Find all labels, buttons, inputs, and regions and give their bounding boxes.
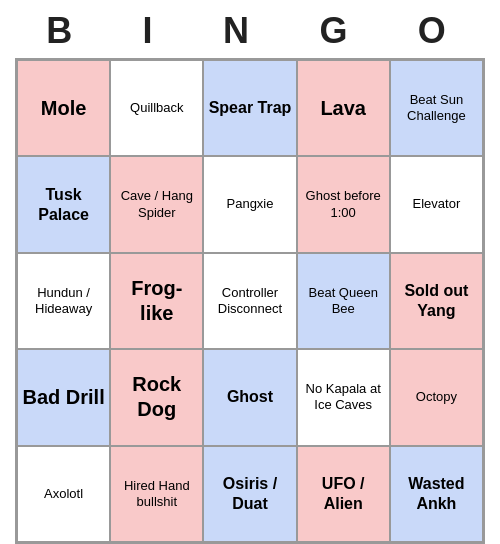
title-n: N xyxy=(223,10,257,52)
title-b: B xyxy=(46,10,80,52)
bingo-cell-24: Wasted Ankh xyxy=(390,446,483,542)
bingo-cell-1: Quillback xyxy=(110,60,203,156)
bingo-cell-11: Frog-like xyxy=(110,253,203,349)
bingo-cell-21: Hired Hand bullshit xyxy=(110,446,203,542)
bingo-cell-6: Cave / Hang Spider xyxy=(110,156,203,252)
bingo-cell-2: Spear Trap xyxy=(203,60,296,156)
bingo-cell-22: Osiris / Duat xyxy=(203,446,296,542)
bingo-cell-15: Bad Drill xyxy=(17,349,110,445)
bingo-cell-19: Octopy xyxy=(390,349,483,445)
bingo-cell-18: No Kapala at Ice Caves xyxy=(297,349,390,445)
bingo-cell-23: UFO / Alien xyxy=(297,446,390,542)
bingo-cell-5: Tusk Palace xyxy=(17,156,110,252)
bingo-cell-10: Hundun / Hideaway xyxy=(17,253,110,349)
bingo-cell-3: Lava xyxy=(297,60,390,156)
bingo-cell-9: Elevator xyxy=(390,156,483,252)
title-o: O xyxy=(418,10,454,52)
bingo-cell-16: Rock Dog xyxy=(110,349,203,445)
bingo-cell-7: Pangxie xyxy=(203,156,296,252)
bingo-cell-4: Beat Sun Challenge xyxy=(390,60,483,156)
bingo-cell-13: Beat Queen Bee xyxy=(297,253,390,349)
bingo-title: B I N G O xyxy=(15,0,485,58)
title-g: G xyxy=(319,10,355,52)
bingo-cell-20: Axolotl xyxy=(17,446,110,542)
bingo-grid: MoleQuillbackSpear TrapLavaBeat Sun Chal… xyxy=(15,58,485,544)
bingo-cell-14: Sold out Yang xyxy=(390,253,483,349)
bingo-cell-12: Controller Disconnect xyxy=(203,253,296,349)
title-i: I xyxy=(143,10,161,52)
bingo-cell-17: Ghost xyxy=(203,349,296,445)
bingo-cell-8: Ghost before 1:00 xyxy=(297,156,390,252)
bingo-cell-0: Mole xyxy=(17,60,110,156)
